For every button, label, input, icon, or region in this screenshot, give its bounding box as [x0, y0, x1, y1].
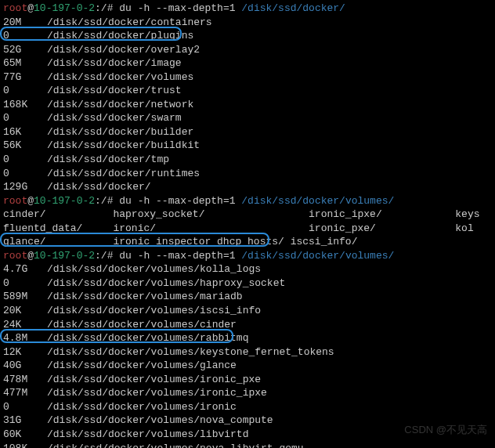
du-size: 0 [3, 400, 47, 414]
du-size: 56K [3, 139, 47, 153]
du-size: 31G [3, 414, 47, 428]
du-row: 24K/disk/ssd/docker/volumes/cinder [3, 318, 492, 332]
prompt-host: 10-197-0-2 [34, 250, 95, 262]
du-row: 12K/disk/ssd/docker/volumes/keystone_fer… [3, 345, 492, 359]
cmd-path: /disk/ssd/docker/volumes/ [241, 250, 394, 262]
du-size: 589M [3, 290, 47, 304]
du-row: 56K/disk/ssd/docker/buildkit [3, 139, 492, 153]
du-row: 40G/disk/ssd/docker/volumes/glance [3, 359, 492, 373]
prompt-sep: :/# [95, 250, 119, 262]
du-size: 0 [3, 167, 47, 181]
du-row: 77G/disk/ssd/docker/volumes [3, 70, 492, 85]
tab-completion-listing: cinder/ haproxy_socket/ ironic_ipxe/ key… [3, 208, 492, 249]
du-path: /disk/ssd/docker/buildkit [47, 139, 200, 151]
prompt-user: root [3, 2, 27, 14]
du-row: 65M/disk/ssd/docker/image [3, 56, 492, 70]
du-row: 0/disk/ssd/docker/swarm [3, 111, 492, 125]
du-path: /disk/ssd/docker/plugins [47, 30, 193, 42]
du-path: /disk/ssd/docker/volumes/ironic_ipxe [47, 387, 267, 399]
du-path: /disk/ssd/docker/volumes [47, 71, 193, 83]
du-size: 60K [3, 428, 47, 442]
du-path: /disk/ssd/docker/volumes/nova_compute [47, 414, 273, 426]
du-size: 20K [3, 304, 47, 318]
du-row: 52G/disk/ssd/docker/overlay2 [3, 43, 492, 57]
du-size: 4.8M [3, 331, 47, 345]
prompt-at: @ [27, 195, 34, 207]
du-row: 4.7G/disk/ssd/docker/volumes/kolla_logs [3, 262, 492, 276]
completion-row: cinder/ haproxy_socket/ ironic_ipxe/ key… [3, 208, 492, 222]
du-path: /disk/ssd/docker/volumes/mariadb [47, 291, 243, 302]
du-row: 108K/disk/ssd/docker/volumes/nova_libvir… [3, 442, 492, 449]
cmd-path: /disk/ssd/docker/ [241, 2, 345, 14]
prompt-line-1[interactable]: root@10-197-0-2:/# du -h --max-depth=1 /… [3, 2, 492, 16]
prompt-sep: :/# [95, 195, 119, 207]
du-path: /disk/ssd/docker/containers [47, 16, 212, 28]
du-path: /disk/ssd/docker/volumes/rabbitmq [47, 332, 248, 344]
cmd-text: du -h --max-depth=1 [119, 2, 241, 14]
du-path: /disk/ssd/docker/volumes/ironic [47, 401, 237, 413]
du-row: 0/disk/ssd/docker/volumes/ironic [3, 400, 492, 414]
du-size: 52G [3, 43, 47, 57]
cmd-path: /disk/ssd/docker/volumes/ [241, 195, 394, 207]
du-path: /disk/ssd/docker/volumes/keystone_fernet… [47, 346, 334, 358]
cmd-text: du -h --max-depth=1 [119, 195, 241, 207]
du-row: 477M/disk/ssd/docker/volumes/ironic_ipxe [3, 386, 492, 400]
completion-row: fluentd_data/ ironic/ ironic_pxe/ kol [3, 222, 492, 236]
du-path: /disk/ssd/docker/volumes/kolla_logs [47, 263, 261, 275]
du-path: /disk/ssd/docker/image [47, 57, 182, 69]
du-row: 4.8M/disk/ssd/docker/volumes/rabbitmq [3, 331, 492, 345]
du-size: 0 [3, 29, 47, 43]
du-path: /disk/ssd/docker/volumes/cinder [47, 319, 237, 331]
du-row: 20K/disk/ssd/docker/volumes/iscsi_info [3, 304, 492, 318]
du-row: 0/disk/ssd/docker/volumes/haproxy_socket [3, 276, 492, 291]
du-row: 129G/disk/ssd/docker/ [3, 180, 492, 194]
du-path: /disk/ssd/docker/volumes/haproxy_socket [47, 277, 285, 289]
du-size: 108K [3, 442, 47, 449]
du-output-2: 4.7G/disk/ssd/docker/volumes/kolla_logs0… [3, 262, 492, 448]
du-row: 0/disk/ssd/docker/runtimes [3, 167, 492, 181]
du-path: /disk/ssd/docker/ [47, 181, 151, 193]
du-size: 477M [3, 386, 47, 400]
du-row: 0/disk/ssd/docker/tmp [3, 153, 492, 167]
du-row: 16K/disk/ssd/docker/builder [3, 125, 492, 139]
prompt-host: 10-197-0-2 [34, 2, 95, 14]
prompt-host: 10-197-0-2 [34, 195, 95, 207]
du-path: /disk/ssd/docker/volumes/libvirtd [47, 428, 248, 440]
du-row: 0/disk/ssd/docker/plugins [3, 29, 492, 43]
du-size: 0 [3, 276, 47, 291]
prompt-line-3[interactable]: root@10-197-0-2:/# du -h --max-depth=1 /… [3, 249, 492, 263]
prompt-line-2[interactable]: root@10-197-0-2:/# du -h --max-depth=1 /… [3, 194, 492, 208]
du-path: /disk/ssd/docker/runtimes [47, 168, 200, 179]
du-row: 168K/disk/ssd/docker/network [3, 98, 492, 112]
du-path: /disk/ssd/docker/volumes/iscsi_info [47, 305, 261, 316]
du-row: 20M/disk/ssd/docker/containers [3, 16, 492, 30]
du-row: 589M/disk/ssd/docker/volumes/mariadb [3, 290, 492, 304]
du-path: /disk/ssd/docker/tmp [47, 154, 169, 165]
du-size: 129G [3, 180, 47, 194]
du-path: /disk/ssd/docker/swarm [47, 112, 182, 124]
watermark: CSDN @不见天高 [404, 423, 487, 437]
du-row: 478M/disk/ssd/docker/volumes/ironic_pxe [3, 373, 492, 387]
completion-row: glance/ ironic_inspector_dhcp_hosts/ isc… [3, 235, 492, 249]
du-size: 4.7G [3, 262, 47, 276]
du-size: 20M [3, 16, 47, 30]
du-size: 40G [3, 359, 47, 373]
du-size: 65M [3, 56, 47, 70]
prompt-user: root [3, 250, 27, 262]
du-row: 0/disk/ssd/docker/trust [3, 84, 492, 98]
du-path: /disk/ssd/docker/network [47, 99, 193, 110]
du-size: 0 [3, 111, 47, 125]
cmd-text: du -h --max-depth=1 [119, 250, 241, 262]
du-path: /disk/ssd/docker/overlay2 [47, 44, 200, 56]
du-size: 12K [3, 345, 47, 359]
du-path: /disk/ssd/docker/volumes/ironic_pxe [47, 374, 261, 385]
du-size: 0 [3, 84, 47, 98]
du-path: /disk/ssd/docker/volumes/glance [47, 359, 237, 371]
du-path: /disk/ssd/docker/trust [47, 85, 182, 96]
du-size: 478M [3, 373, 47, 387]
du-size: 77G [3, 70, 47, 85]
prompt-at: @ [27, 250, 34, 262]
du-size: 0 [3, 153, 47, 167]
du-size: 168K [3, 98, 47, 112]
prompt-user: root [3, 195, 27, 207]
